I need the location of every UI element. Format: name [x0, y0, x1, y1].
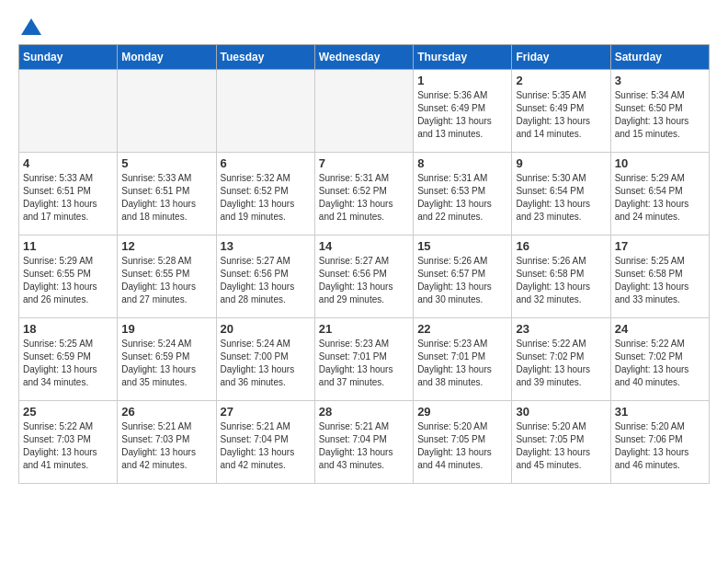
calendar-cell: 11Sunrise: 5:29 AM Sunset: 6:55 PM Dayli…	[19, 236, 118, 318]
calendar-table: SundayMondayTuesdayWednesdayThursdayFrid…	[18, 44, 710, 484]
week-row-5: 25Sunrise: 5:22 AM Sunset: 7:03 PM Dayli…	[19, 401, 710, 484]
calendar-cell: 9Sunrise: 5:30 AM Sunset: 6:54 PM Daylig…	[512, 153, 610, 236]
day-number: 13	[221, 239, 311, 253]
weekday-header-monday: Monday	[118, 45, 216, 70]
day-number: 8	[417, 156, 507, 170]
day-info: Sunrise: 5:33 AM Sunset: 6:51 PM Dayligh…	[121, 172, 211, 224]
day-number: 28	[319, 405, 409, 419]
calendar-cell: 6Sunrise: 5:32 AM Sunset: 6:52 PM Daylig…	[216, 153, 314, 236]
day-info: Sunrise: 5:20 AM Sunset: 7:06 PM Dayligh…	[615, 420, 705, 472]
day-info: Sunrise: 5:33 AM Sunset: 6:51 PM Dayligh…	[23, 172, 113, 224]
day-info: Sunrise: 5:26 AM Sunset: 6:57 PM Dayligh…	[417, 255, 507, 306]
logo-icon	[21, 18, 41, 35]
calendar-cell: 29Sunrise: 5:20 AM Sunset: 7:05 PM Dayli…	[414, 401, 512, 484]
day-info: Sunrise: 5:31 AM Sunset: 6:53 PM Dayligh…	[417, 172, 507, 224]
calendar-cell: 30Sunrise: 5:20 AM Sunset: 7:05 PM Dayli…	[512, 401, 610, 484]
day-number: 27	[221, 405, 311, 419]
weekday-header-thursday: Thursday	[414, 45, 512, 70]
day-info: Sunrise: 5:25 AM Sunset: 6:59 PM Dayligh…	[23, 338, 113, 389]
day-number: 19	[121, 322, 211, 336]
calendar-cell: 18Sunrise: 5:25 AM Sunset: 6:59 PM Dayli…	[19, 318, 118, 401]
day-number: 20	[221, 322, 311, 336]
calendar-cell: 8Sunrise: 5:31 AM Sunset: 6:53 PM Daylig…	[414, 153, 512, 236]
day-number: 15	[417, 239, 507, 253]
day-number: 23	[516, 322, 606, 336]
calendar-cell: 10Sunrise: 5:29 AM Sunset: 6:54 PM Dayli…	[610, 153, 709, 236]
day-number: 5	[121, 156, 211, 170]
calendar-cell: 17Sunrise: 5:25 AM Sunset: 6:58 PM Dayli…	[610, 236, 709, 318]
week-row-3: 11Sunrise: 5:29 AM Sunset: 6:55 PM Dayli…	[19, 236, 710, 318]
day-info: Sunrise: 5:20 AM Sunset: 7:05 PM Dayligh…	[417, 420, 507, 472]
day-number: 6	[221, 156, 311, 170]
calendar-cell: 25Sunrise: 5:22 AM Sunset: 7:03 PM Dayli…	[19, 401, 118, 484]
day-info: Sunrise: 5:25 AM Sunset: 6:58 PM Dayligh…	[615, 255, 705, 306]
day-info: Sunrise: 5:22 AM Sunset: 7:02 PM Dayligh…	[516, 338, 606, 389]
calendar-cell	[19, 70, 118, 153]
calendar-body: 1Sunrise: 5:36 AM Sunset: 6:49 PM Daylig…	[19, 70, 710, 484]
calendar-cell	[314, 70, 413, 153]
weekday-header-friday: Friday	[512, 45, 610, 70]
day-number: 9	[516, 156, 606, 170]
calendar-cell: 1Sunrise: 5:36 AM Sunset: 6:49 PM Daylig…	[414, 70, 512, 153]
day-info: Sunrise: 5:34 AM Sunset: 6:50 PM Dayligh…	[615, 89, 705, 141]
day-number: 12	[121, 239, 211, 253]
day-info: Sunrise: 5:24 AM Sunset: 6:59 PM Dayligh…	[121, 338, 211, 389]
day-number: 21	[319, 322, 409, 336]
calendar-cell: 15Sunrise: 5:26 AM Sunset: 6:57 PM Dayli…	[414, 236, 512, 318]
day-info: Sunrise: 5:30 AM Sunset: 6:54 PM Dayligh…	[516, 172, 606, 224]
calendar-cell: 27Sunrise: 5:21 AM Sunset: 7:04 PM Dayli…	[216, 401, 314, 484]
day-info: Sunrise: 5:22 AM Sunset: 7:03 PM Dayligh…	[23, 420, 113, 472]
day-number: 25	[23, 405, 113, 419]
day-number: 17	[615, 239, 705, 253]
day-info: Sunrise: 5:22 AM Sunset: 7:02 PM Dayligh…	[615, 338, 705, 389]
calendar-cell: 16Sunrise: 5:26 AM Sunset: 6:58 PM Dayli…	[512, 236, 610, 318]
day-number: 11	[23, 239, 113, 253]
day-info: Sunrise: 5:26 AM Sunset: 6:58 PM Dayligh…	[516, 255, 606, 306]
svg-marker-0	[21, 18, 41, 35]
day-info: Sunrise: 5:27 AM Sunset: 6:56 PM Dayligh…	[221, 255, 311, 306]
day-info: Sunrise: 5:24 AM Sunset: 7:00 PM Dayligh…	[221, 338, 311, 389]
calendar-cell	[118, 70, 216, 153]
calendar-cell: 31Sunrise: 5:20 AM Sunset: 7:06 PM Dayli…	[610, 401, 709, 484]
day-number: 24	[615, 322, 705, 336]
weekday-header-wednesday: Wednesday	[314, 45, 413, 70]
day-number: 16	[516, 239, 606, 253]
week-row-4: 18Sunrise: 5:25 AM Sunset: 6:59 PM Dayli…	[19, 318, 710, 401]
day-number: 4	[23, 156, 113, 170]
day-number: 26	[121, 405, 211, 419]
calendar-cell: 26Sunrise: 5:21 AM Sunset: 7:03 PM Dayli…	[118, 401, 216, 484]
calendar-cell: 28Sunrise: 5:21 AM Sunset: 7:04 PM Dayli…	[314, 401, 413, 484]
day-info: Sunrise: 5:21 AM Sunset: 7:04 PM Dayligh…	[221, 420, 311, 472]
calendar-cell: 23Sunrise: 5:22 AM Sunset: 7:02 PM Dayli…	[512, 318, 610, 401]
calendar-cell: 4Sunrise: 5:33 AM Sunset: 6:51 PM Daylig…	[19, 153, 118, 236]
day-number: 22	[417, 322, 507, 336]
calendar-cell: 2Sunrise: 5:35 AM Sunset: 6:49 PM Daylig…	[512, 70, 610, 153]
calendar-cell: 19Sunrise: 5:24 AM Sunset: 6:59 PM Dayli…	[118, 318, 216, 401]
calendar-cell: 24Sunrise: 5:22 AM Sunset: 7:02 PM Dayli…	[610, 318, 709, 401]
day-info: Sunrise: 5:28 AM Sunset: 6:55 PM Dayligh…	[121, 255, 211, 306]
calendar-cell: 13Sunrise: 5:27 AM Sunset: 6:56 PM Dayli…	[216, 236, 314, 318]
calendar-cell: 22Sunrise: 5:23 AM Sunset: 7:01 PM Dayli…	[414, 318, 512, 401]
day-number: 18	[23, 322, 113, 336]
day-info: Sunrise: 5:32 AM Sunset: 6:52 PM Dayligh…	[221, 172, 311, 224]
day-number: 1	[417, 74, 507, 87]
calendar-header: SundayMondayTuesdayWednesdayThursdayFrid…	[19, 45, 710, 70]
page-header	[18, 18, 710, 35]
day-info: Sunrise: 5:23 AM Sunset: 7:01 PM Dayligh…	[417, 338, 507, 389]
calendar-cell: 14Sunrise: 5:27 AM Sunset: 6:56 PM Dayli…	[314, 236, 413, 318]
week-row-1: 1Sunrise: 5:36 AM Sunset: 6:49 PM Daylig…	[19, 70, 710, 153]
weekday-header-tuesday: Tuesday	[216, 45, 314, 70]
day-info: Sunrise: 5:27 AM Sunset: 6:56 PM Dayligh…	[319, 255, 409, 306]
calendar-cell	[216, 70, 314, 153]
calendar-cell: 5Sunrise: 5:33 AM Sunset: 6:51 PM Daylig…	[118, 153, 216, 236]
weekday-header-sunday: Sunday	[19, 45, 118, 70]
day-info: Sunrise: 5:23 AM Sunset: 7:01 PM Dayligh…	[319, 338, 409, 389]
day-info: Sunrise: 5:21 AM Sunset: 7:03 PM Dayligh…	[121, 420, 211, 472]
day-number: 31	[615, 405, 705, 419]
day-info: Sunrise: 5:20 AM Sunset: 7:05 PM Dayligh…	[516, 420, 606, 472]
calendar-cell: 21Sunrise: 5:23 AM Sunset: 7:01 PM Dayli…	[314, 318, 413, 401]
calendar-cell: 7Sunrise: 5:31 AM Sunset: 6:52 PM Daylig…	[314, 153, 413, 236]
day-info: Sunrise: 5:21 AM Sunset: 7:04 PM Dayligh…	[319, 420, 409, 472]
day-info: Sunrise: 5:29 AM Sunset: 6:54 PM Dayligh…	[615, 172, 705, 224]
day-number: 7	[319, 156, 409, 170]
